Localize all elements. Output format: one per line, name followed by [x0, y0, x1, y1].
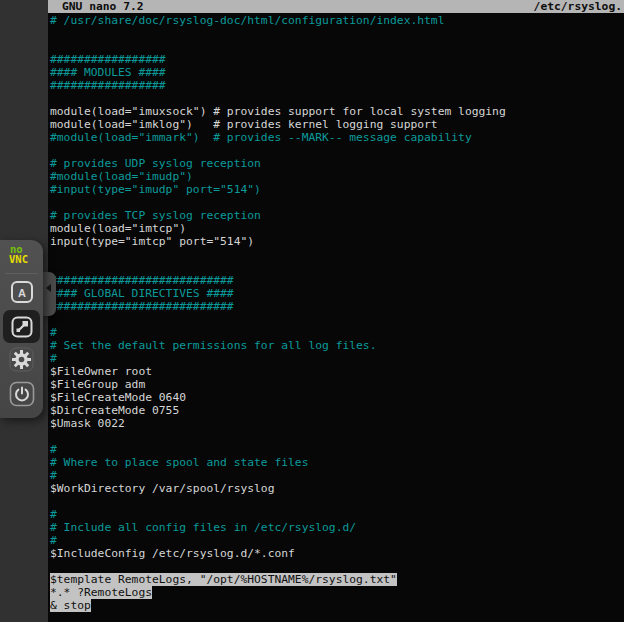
editor-line: # Where to place spool and state files — [50, 456, 624, 469]
editor-line: input(type="imtcp" port="514") — [50, 235, 624, 248]
svg-text:A: A — [18, 286, 26, 298]
editor-line: # — [50, 326, 624, 339]
power-icon — [9, 381, 35, 407]
file-path: /etc/rsyslog. — [534, 0, 622, 13]
nano-titlebar: GNU nano 7.2 /etc/rsyslog. — [48, 0, 624, 13]
editor-line: module(load="imklog") # provides kernel … — [50, 118, 624, 131]
editor-line — [50, 144, 624, 157]
editor-line — [50, 92, 624, 105]
vnc-logo-vnc: VNC — [9, 254, 28, 264]
editor-line: # — [50, 469, 624, 482]
editor-line: # provides TCP syslog reception — [50, 209, 624, 222]
keyboard-button[interactable]: A — [9, 279, 34, 304]
editor-line: $FileOwner root — [50, 365, 624, 378]
gear-icon — [9, 347, 34, 372]
editor-line: ########################### — [50, 300, 624, 313]
editor-line: $IncludeConfig /etc/rsyslog.d/*.conf — [50, 547, 624, 560]
editor-line — [50, 261, 624, 274]
editor-line: $FileGroup adm — [50, 378, 624, 391]
keyboard-a-icon: A — [10, 280, 34, 304]
editor-line: $Umask 0022 — [50, 417, 624, 430]
editor-line: #### GLOBAL DIRECTIVES #### — [50, 287, 624, 300]
editor-line: #module(load="imudp") — [50, 170, 624, 183]
editor-line: & stop — [50, 599, 624, 612]
editor-content[interactable]: # /usr/share/doc/rsyslog-doc/html/config… — [48, 13, 624, 612]
editor-line: ########################### — [50, 274, 624, 287]
editor-line — [50, 27, 624, 40]
fullscreen-icon — [10, 315, 34, 339]
editor-line: # — [50, 508, 624, 521]
page-background: GNU nano 7.2 /etc/rsyslog. # /usr/share/… — [0, 0, 624, 622]
editor-line: ################# — [50, 79, 624, 92]
editor-line — [50, 430, 624, 443]
editor-line: $WorkDirectory /var/spool/rsyslog — [50, 482, 624, 495]
editor-line: $template RemoteLogs, "/opt/%HOSTNAME%/r… — [50, 573, 624, 586]
editor-line: #### MODULES #### — [50, 66, 624, 79]
editor-line: # — [50, 534, 624, 547]
editor-line: # Include all config files in /etc/rsysl… — [50, 521, 624, 534]
collapse-arrow-icon — [46, 284, 51, 292]
fullscreen-button[interactable] — [3, 310, 40, 343]
editor-line: $DirCreateMode 0755 — [50, 404, 624, 417]
editor-line: #input(type="imudp" port="514") — [50, 183, 624, 196]
editor-line: module(load="imtcp") — [50, 222, 624, 235]
editor-line: ################# — [50, 53, 624, 66]
panel-collapse-handle[interactable] — [42, 272, 56, 316]
editor-line: # /usr/share/doc/rsyslog-doc/html/config… — [50, 14, 624, 27]
editor-line: module(load="imuxsock") # provides suppo… — [50, 105, 624, 118]
editor-line: #module(load="immark") # provides --MARK… — [50, 131, 624, 144]
editor-line: $FileCreateMode 0640 — [50, 391, 624, 404]
editor-line — [50, 40, 624, 53]
vnc-control-panel: no VNC A — [0, 240, 43, 418]
panel-divider — [5, 273, 38, 274]
settings-button[interactable] — [9, 347, 34, 372]
editor-line — [50, 560, 624, 573]
editor-line — [50, 248, 624, 261]
editor-line: # provides UDP syslog reception — [50, 157, 624, 170]
editor-line: # Set the default permissions for all lo… — [50, 339, 624, 352]
editor-line: *.* ?RemoteLogs — [50, 586, 624, 599]
editor-line: # — [50, 352, 624, 365]
editor-line — [50, 196, 624, 209]
editor-line: # — [50, 443, 624, 456]
editor-line — [50, 495, 624, 508]
vnc-logo: no VNC — [9, 245, 28, 264]
power-button[interactable] — [8, 380, 35, 407]
app-title: GNU nano 7.2 — [62, 0, 144, 13]
editor-line — [50, 313, 624, 326]
terminal-screen[interactable]: GNU nano 7.2 /etc/rsyslog. # /usr/share/… — [48, 0, 624, 622]
